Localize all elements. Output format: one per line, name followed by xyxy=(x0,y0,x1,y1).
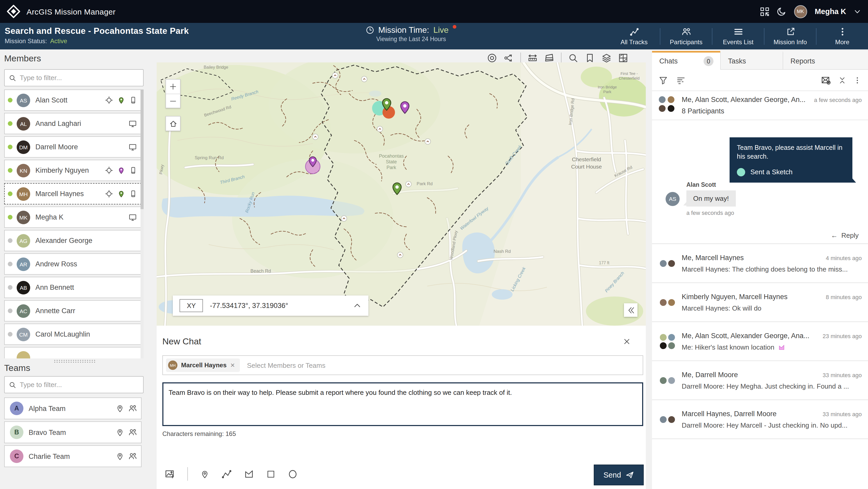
monitor-icon[interactable] xyxy=(128,213,137,221)
team-row[interactable]: B Bravo Team xyxy=(4,421,142,443)
track-pin-icon[interactable] xyxy=(118,166,125,174)
member-row[interactable]: AS Alan Scott xyxy=(4,90,142,111)
message-input[interactable]: Team Bravo is on their way to help. Plea… xyxy=(162,382,643,426)
attach-image-icon[interactable] xyxy=(165,469,175,479)
locate-icon[interactable] xyxy=(105,166,113,174)
members-filter-placeholder: Type to filter... xyxy=(20,74,62,82)
reply-button[interactable]: ← Reply xyxy=(831,231,859,239)
recipients-field[interactable]: MH Marcell Haynes ✕ Select Members or Te… xyxy=(162,355,643,375)
members-filter[interactable]: Type to filter... xyxy=(4,69,144,86)
member-row[interactable]: CM Carol McLaughlin xyxy=(4,324,142,345)
member-row[interactable] xyxy=(4,347,142,358)
chevron-up-icon[interactable] xyxy=(353,302,361,309)
member-row[interactable]: MH Marcell Haynes xyxy=(4,183,142,204)
team-members-icon[interactable] xyxy=(128,452,137,460)
team-pin-icon[interactable] xyxy=(116,428,124,436)
team-row[interactable]: C Charlie Team xyxy=(4,445,142,467)
sketch-rectangle-icon[interactable] xyxy=(267,469,275,478)
sketch-polygon-icon[interactable] xyxy=(244,469,254,479)
chevron-down-icon[interactable] xyxy=(854,8,861,15)
sketch-thumbnail[interactable] xyxy=(737,168,745,176)
status-dot xyxy=(8,121,12,126)
filter-icon[interactable] xyxy=(659,76,668,85)
qr-code-icon[interactable] xyxy=(760,7,769,16)
home-extent-button[interactable] xyxy=(165,116,181,131)
mark-read-icon[interactable] xyxy=(821,75,831,85)
collapse-all-icon[interactable] xyxy=(838,76,846,84)
events-list-button[interactable]: Events List xyxy=(712,23,764,50)
options-dots-icon[interactable] xyxy=(854,76,861,84)
avatar: AS xyxy=(665,192,680,206)
member-row[interactable]: AL Anand Laghari xyxy=(4,113,142,134)
trail-waypoint xyxy=(312,134,318,140)
teams-filter[interactable]: Type to filter... xyxy=(4,376,144,393)
search-icon[interactable] xyxy=(568,53,578,63)
share-network-icon[interactable] xyxy=(504,53,514,63)
collapse-panel-button[interactable] xyxy=(624,303,638,317)
member-row[interactable]: KN Kimberly Nguyen xyxy=(4,160,142,181)
sort-icon[interactable] xyxy=(677,76,685,85)
track-pin-icon[interactable] xyxy=(118,96,125,104)
tab-tasks[interactable]: Tasks xyxy=(720,51,783,70)
map[interactable]: Bailey BridgeReedy BranchBeechwood RdSpr… xyxy=(157,62,646,326)
conversation-time: 4 minutes ago xyxy=(822,255,862,261)
conversation-item[interactable]: Me, Darrell Moore 33 minutes ago Darrell… xyxy=(652,361,868,400)
track-pin-icon[interactable] xyxy=(118,190,125,198)
zoom-in-button[interactable] xyxy=(166,79,180,94)
member-row[interactable]: MK Megha K xyxy=(4,206,142,228)
monitor-icon[interactable] xyxy=(128,143,137,151)
conversation-item[interactable]: Me, Alan Scott, Alexander George, Ana...… xyxy=(652,322,868,361)
tab-chats[interactable]: Chats 0 xyxy=(652,51,720,70)
all-tracks-button[interactable]: All Tracks xyxy=(608,23,660,50)
panel-resize-handle[interactable] xyxy=(54,359,95,363)
xy-mode-button[interactable]: XY xyxy=(180,299,203,312)
phone-icon[interactable] xyxy=(130,166,137,174)
locate-icon[interactable] xyxy=(105,96,113,104)
member-row[interactable]: AG Alexander George xyxy=(4,230,142,251)
buffer-target-icon[interactable] xyxy=(487,53,497,63)
member-row[interactable]: AB Ann Bennett xyxy=(4,277,142,298)
sketch-polyline-icon[interactable] xyxy=(222,469,231,479)
measure-area-icon[interactable] xyxy=(544,53,554,63)
conversation-list: Me, Marcell Haynes 4 minutes ago Marcell… xyxy=(652,243,868,439)
mission-info-button[interactable]: Mission Info xyxy=(765,23,816,50)
sketch-circle-icon[interactable] xyxy=(288,469,298,479)
sketch-pin-icon[interactable] xyxy=(200,469,209,478)
tab-reports[interactable]: Reports xyxy=(783,51,868,70)
mission-status-value: Active xyxy=(50,37,67,45)
user-name[interactable]: Megha K xyxy=(815,7,846,15)
basemap-icon[interactable] xyxy=(618,53,628,63)
more-button[interactable]: More xyxy=(816,23,868,50)
team-pin-icon[interactable] xyxy=(116,404,124,413)
svg-text:Iron Bridge: Iron Bridge xyxy=(598,85,617,89)
participants-button[interactable]: Participants xyxy=(660,23,712,50)
mission-time-value: Live xyxy=(433,26,448,35)
member-row[interactable]: AC Annette Carr xyxy=(4,300,142,322)
members-scrollbar[interactable] xyxy=(141,90,144,358)
locate-icon[interactable] xyxy=(105,190,113,198)
monitor-icon[interactable] xyxy=(128,120,137,127)
conversation-item[interactable]: Kimberly Nguyen, Marcell Haynes 8 minute… xyxy=(652,283,868,322)
team-row[interactable]: A Alpha Team xyxy=(4,397,142,419)
recipient-chip[interactable]: MH Marcell Haynes ✕ xyxy=(166,358,240,372)
active-conversation-header[interactable]: Me, Alan Scott, Alexander George, An... … xyxy=(652,91,868,120)
conversation-title: Me, Alan Scott, Alexander George, An... xyxy=(682,96,806,103)
layers-icon[interactable] xyxy=(601,53,612,63)
team-members-icon[interactable] xyxy=(128,428,137,436)
send-button[interactable]: Send xyxy=(594,464,644,485)
member-row[interactable]: DM Darrell Moore xyxy=(4,136,142,158)
zoom-out-button[interactable] xyxy=(166,94,180,108)
team-members-icon[interactable] xyxy=(128,404,137,413)
remove-recipient-icon[interactable]: ✕ xyxy=(230,362,235,368)
bookmark-icon[interactable] xyxy=(585,53,595,63)
phone-icon[interactable] xyxy=(130,96,137,104)
measure-distance-icon[interactable] xyxy=(528,53,537,63)
member-row[interactable]: AR Andrew Ross xyxy=(4,253,142,275)
close-icon[interactable] xyxy=(623,338,630,345)
conversation-item[interactable]: Marcell Haynes, Darrell Moore 33 minutes… xyxy=(652,400,868,439)
user-avatar[interactable]: MK xyxy=(794,5,807,18)
team-pin-icon[interactable] xyxy=(116,452,124,460)
dark-mode-moon-icon[interactable] xyxy=(777,7,786,16)
conversation-item[interactable]: Me, Marcell Haynes 4 minutes ago Marcell… xyxy=(652,244,868,283)
phone-icon[interactable] xyxy=(130,190,137,198)
